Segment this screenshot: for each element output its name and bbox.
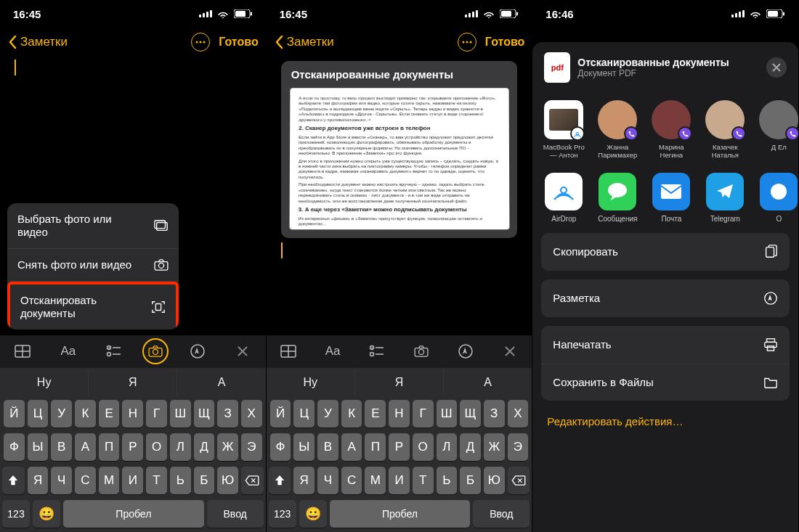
letter-key[interactable]: Щ xyxy=(194,400,215,427)
letter-key[interactable]: И xyxy=(122,467,143,494)
letter-key[interactable]: П xyxy=(99,433,120,461)
note-body[interactable]: Выбрать фото или видео Снять фото или ви… xyxy=(0,57,266,335)
numeric-key[interactable]: 123 xyxy=(269,500,296,528)
action-markup[interactable]: Разметка xyxy=(541,279,790,317)
letter-key[interactable]: А xyxy=(341,433,362,461)
letter-key[interactable]: У xyxy=(317,400,338,427)
letter-key[interactable]: А xyxy=(75,433,96,461)
letter-key[interactable]: Р xyxy=(389,433,410,461)
edit-actions-link[interactable]: Редактировать действия… xyxy=(532,405,798,430)
letter-key[interactable]: Л xyxy=(437,433,458,461)
action-print[interactable]: Напечатать xyxy=(541,326,790,364)
letter-key[interactable]: У xyxy=(51,400,72,427)
letter-key[interactable]: Д xyxy=(194,433,215,461)
close-button[interactable] xyxy=(766,57,787,78)
letter-key[interactable]: Г xyxy=(413,400,434,427)
letter-key[interactable]: З xyxy=(484,400,505,427)
share-contact[interactable]: Марина Негина xyxy=(649,100,694,160)
letter-key[interactable]: К xyxy=(75,400,96,427)
tool-markup-button[interactable] xyxy=(181,338,214,364)
letter-key[interactable]: К xyxy=(341,400,362,427)
letter-key[interactable]: Ш xyxy=(170,400,191,427)
letter-key[interactable]: Ф xyxy=(4,433,25,461)
letter-key[interactable]: О xyxy=(146,433,167,461)
letter-key[interactable]: Й xyxy=(270,400,291,427)
scanned-document-card[interactable]: Отсканированные документы А если по прос… xyxy=(281,61,518,238)
suggestion[interactable]: А xyxy=(177,368,265,396)
tool-camera-button[interactable] xyxy=(405,338,438,364)
letter-key[interactable]: Б xyxy=(194,467,215,494)
tool-checklist-button[interactable] xyxy=(97,338,131,364)
tool-format-button[interactable]: Aa xyxy=(316,338,349,364)
letter-key[interactable]: Ь xyxy=(437,467,458,494)
menu-choose-photo[interactable]: Выбрать фото или видео xyxy=(7,203,179,249)
letter-key[interactable]: Р xyxy=(122,433,143,461)
letter-key[interactable]: Ж xyxy=(484,433,505,461)
letter-key[interactable]: Ы xyxy=(293,433,315,461)
backspace-key[interactable] xyxy=(508,467,530,494)
back-button[interactable]: Заметки xyxy=(7,35,68,49)
letter-key[interactable]: Н xyxy=(389,400,410,427)
share-contact[interactable]: Д Ел xyxy=(756,100,798,160)
letter-key[interactable]: Ю xyxy=(217,467,238,494)
enter-key[interactable]: Ввод xyxy=(473,500,530,528)
letter-key[interactable]: Ф xyxy=(270,433,291,461)
tool-camera-button[interactable] xyxy=(142,338,169,364)
letter-key[interactable]: Ж xyxy=(217,433,238,461)
letter-key[interactable]: С xyxy=(75,467,96,494)
suggestion[interactable]: А xyxy=(444,368,532,396)
space-key[interactable]: Пробел xyxy=(330,500,471,528)
letter-key[interactable]: Т xyxy=(413,467,434,494)
letter-key[interactable]: Х xyxy=(241,400,262,427)
letter-key[interactable]: Я xyxy=(28,467,49,494)
letter-key[interactable]: О xyxy=(413,433,434,461)
letter-key[interactable]: Т xyxy=(146,467,167,494)
space-key[interactable]: Пробел xyxy=(63,500,204,528)
letter-key[interactable]: И xyxy=(389,467,410,494)
shift-key[interactable] xyxy=(2,467,25,494)
letter-key[interactable]: Ч xyxy=(51,467,72,494)
letter-key[interactable]: В xyxy=(51,433,72,461)
letter-key[interactable]: Ц xyxy=(28,400,49,427)
tool-format-button[interactable]: Aa xyxy=(52,338,85,364)
letter-key[interactable]: Е xyxy=(99,400,120,427)
menu-take-photo[interactable]: Снять фото или видео xyxy=(7,249,179,282)
shift-key[interactable] xyxy=(269,467,291,494)
letter-key[interactable]: Е xyxy=(365,400,386,427)
letter-key[interactable]: Й xyxy=(4,400,25,427)
share-app[interactable]: Почта xyxy=(649,173,694,223)
letter-key[interactable]: Ч xyxy=(317,467,338,494)
letter-key[interactable]: Н xyxy=(122,400,143,427)
tool-checklist-button[interactable] xyxy=(360,338,394,364)
done-button[interactable]: Готово xyxy=(219,36,258,49)
letter-key[interactable]: Ц xyxy=(293,400,315,427)
emoji-key[interactable]: 😀 xyxy=(299,500,327,528)
done-button[interactable]: Готово xyxy=(485,36,524,49)
suggestion[interactable]: Я xyxy=(355,368,444,396)
enter-key[interactable]: Ввод xyxy=(207,500,264,528)
letter-key[interactable]: З xyxy=(217,400,238,427)
action-save-files[interactable]: Сохранить в Файлы xyxy=(541,364,790,401)
letter-key[interactable]: Э xyxy=(241,433,262,461)
letter-key[interactable]: Л xyxy=(170,433,191,461)
more-button[interactable] xyxy=(458,33,476,52)
letter-key[interactable]: Ь xyxy=(170,467,191,494)
backspace-key[interactable] xyxy=(241,467,264,494)
suggestion[interactable]: Ну xyxy=(267,368,355,396)
back-button[interactable]: Заметки xyxy=(274,35,334,49)
letter-key[interactable]: М xyxy=(365,467,386,494)
share-app[interactable]: Telegram xyxy=(702,173,747,223)
note-body[interactable]: Отсканированные документы А если по прос… xyxy=(267,57,532,335)
letter-key[interactable]: Д xyxy=(460,433,481,461)
share-app[interactable]: AirDrop xyxy=(541,173,586,223)
menu-scan-documents[interactable]: Отсканировать документы xyxy=(7,282,179,330)
suggestion[interactable]: Я xyxy=(89,368,177,396)
share-app[interactable]: О xyxy=(756,173,798,223)
numeric-key[interactable]: 123 xyxy=(2,500,30,528)
letter-key[interactable]: С xyxy=(341,467,362,494)
share-contact[interactable]: Казачек Наталья xyxy=(702,100,747,160)
emoji-key[interactable]: 😀 xyxy=(33,500,60,528)
letter-key[interactable]: Х xyxy=(508,400,529,427)
more-button[interactable] xyxy=(191,33,210,52)
suggestion[interactable]: Ну xyxy=(0,368,89,396)
